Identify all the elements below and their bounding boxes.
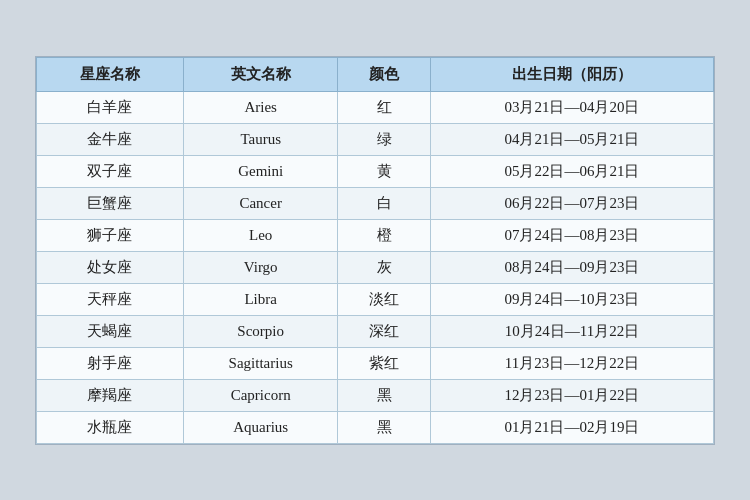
cell-color: 黄 [338, 155, 431, 187]
header-color: 颜色 [338, 57, 431, 91]
cell-color: 黑 [338, 379, 431, 411]
table-row: 天蝎座Scorpio深红10月24日—11月22日 [37, 315, 714, 347]
table-row: 金牛座Taurus绿04月21日—05月21日 [37, 123, 714, 155]
table-row: 巨蟹座Cancer白06月22日—07月23日 [37, 187, 714, 219]
cell-dates: 12月23日—01月22日 [430, 379, 713, 411]
cell-chinese-name: 双子座 [37, 155, 184, 187]
cell-english-name: Cancer [183, 187, 338, 219]
cell-english-name: Leo [183, 219, 338, 251]
cell-color: 灰 [338, 251, 431, 283]
cell-chinese-name: 天蝎座 [37, 315, 184, 347]
cell-color: 深红 [338, 315, 431, 347]
cell-dates: 04月21日—05月21日 [430, 123, 713, 155]
cell-dates: 10月24日—11月22日 [430, 315, 713, 347]
cell-chinese-name: 摩羯座 [37, 379, 184, 411]
cell-dates: 09月24日—10月23日 [430, 283, 713, 315]
table-row: 水瓶座Aquarius黑01月21日—02月19日 [37, 411, 714, 443]
cell-chinese-name: 天秤座 [37, 283, 184, 315]
cell-dates: 07月24日—08月23日 [430, 219, 713, 251]
table-row: 狮子座Leo橙07月24日—08月23日 [37, 219, 714, 251]
cell-dates: 11月23日—12月22日 [430, 347, 713, 379]
cell-chinese-name: 巨蟹座 [37, 187, 184, 219]
cell-dates: 05月22日—06月21日 [430, 155, 713, 187]
table-header-row: 星座名称 英文名称 颜色 出生日期（阳历） [37, 57, 714, 91]
cell-color: 橙 [338, 219, 431, 251]
cell-chinese-name: 白羊座 [37, 91, 184, 123]
table-row: 天秤座Libra淡红09月24日—10月23日 [37, 283, 714, 315]
header-english-name: 英文名称 [183, 57, 338, 91]
cell-chinese-name: 狮子座 [37, 219, 184, 251]
cell-english-name: Gemini [183, 155, 338, 187]
cell-color: 黑 [338, 411, 431, 443]
cell-dates: 08月24日—09月23日 [430, 251, 713, 283]
zodiac-table-container: 星座名称 英文名称 颜色 出生日期（阳历） 白羊座Aries红03月21日—04… [35, 56, 715, 445]
cell-color: 绿 [338, 123, 431, 155]
cell-english-name: Scorpio [183, 315, 338, 347]
cell-color: 红 [338, 91, 431, 123]
cell-english-name: Sagittarius [183, 347, 338, 379]
zodiac-table: 星座名称 英文名称 颜色 出生日期（阳历） 白羊座Aries红03月21日—04… [36, 57, 714, 444]
cell-english-name: Libra [183, 283, 338, 315]
cell-chinese-name: 处女座 [37, 251, 184, 283]
cell-english-name: Aries [183, 91, 338, 123]
cell-chinese-name: 射手座 [37, 347, 184, 379]
cell-english-name: Aquarius [183, 411, 338, 443]
cell-color: 白 [338, 187, 431, 219]
cell-dates: 06月22日—07月23日 [430, 187, 713, 219]
header-dates: 出生日期（阳历） [430, 57, 713, 91]
table-row: 摩羯座Capricorn黑12月23日—01月22日 [37, 379, 714, 411]
table-row: 处女座Virgo灰08月24日—09月23日 [37, 251, 714, 283]
table-row: 双子座Gemini黄05月22日—06月21日 [37, 155, 714, 187]
cell-dates: 01月21日—02月19日 [430, 411, 713, 443]
cell-chinese-name: 水瓶座 [37, 411, 184, 443]
table-row: 射手座Sagittarius紫红11月23日—12月22日 [37, 347, 714, 379]
cell-dates: 03月21日—04月20日 [430, 91, 713, 123]
cell-chinese-name: 金牛座 [37, 123, 184, 155]
header-chinese-name: 星座名称 [37, 57, 184, 91]
cell-english-name: Virgo [183, 251, 338, 283]
cell-english-name: Capricorn [183, 379, 338, 411]
cell-color: 紫红 [338, 347, 431, 379]
cell-english-name: Taurus [183, 123, 338, 155]
table-body: 白羊座Aries红03月21日—04月20日金牛座Taurus绿04月21日—0… [37, 91, 714, 443]
cell-color: 淡红 [338, 283, 431, 315]
table-row: 白羊座Aries红03月21日—04月20日 [37, 91, 714, 123]
